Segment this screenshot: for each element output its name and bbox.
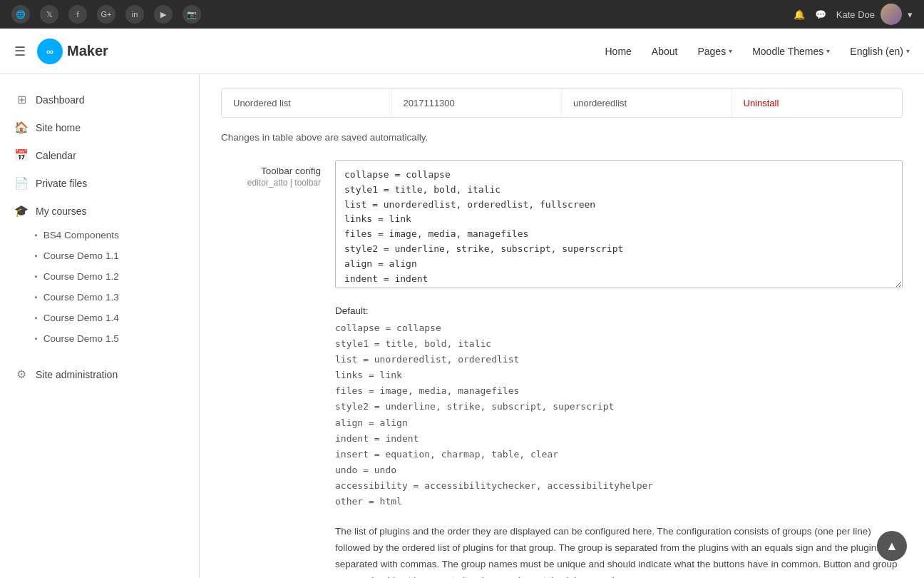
sidebar-sub-course-1-4[interactable]: ● Course Demo 1.4 <box>0 308 199 328</box>
sidebar-sub-label-course-1-2: Course Demo 1.2 <box>43 271 119 282</box>
sidebar-label-my-courses: My courses <box>36 206 87 217</box>
user-dropdown-arrow[interactable]: ▾ <box>908 9 913 20</box>
nav-pages[interactable]: Pages ▾ <box>697 46 732 57</box>
sidebar-sub-label-course-1-4: Course Demo 1.4 <box>43 313 119 323</box>
logo[interactable]: ∞ Maker <box>37 39 108 64</box>
nav-about[interactable]: About <box>652 46 678 57</box>
sidebar-sub-bs4[interactable]: ● BS4 Components <box>0 225 199 245</box>
dashboard-icon: ⊞ <box>14 93 29 106</box>
sidebar-label-site-home: Site home <box>36 122 81 133</box>
youtube-icon[interactable]: ▶ <box>154 5 173 24</box>
sidebar: ⊞ Dashboard 🏠 Site home 📅 Calendar 📄 Pri… <box>0 74 200 578</box>
sidebar-item-site-home[interactable]: 🏠 Site home <box>0 113 199 141</box>
default-line-4: files = image, media, managefiles <box>335 383 903 399</box>
description-text: The list of plugins and the order they a… <box>335 524 903 578</box>
sidebar-sub-label-course-1-3: Course Demo 1.3 <box>43 292 119 303</box>
sidebar-label-calendar: Calendar <box>36 150 76 161</box>
toolbar-textarea[interactable]: collapse = collapse style1 = title, bold… <box>335 160 903 288</box>
nav-language[interactable]: English (en) ▾ <box>850 46 910 57</box>
default-line-9: undo = undo <box>335 462 903 478</box>
social-bar: 🌐 𝕏 f G+ in ▶ 📷 🔔 💬 Kate Doe ▾ <box>0 0 924 29</box>
hamburger-icon[interactable]: ☰ <box>14 44 26 59</box>
toolbar-config-label-container: Toolbar config editor_atto | toolbar <box>221 160 321 188</box>
sidebar-item-my-courses[interactable]: 🎓 My courses <box>0 197 199 225</box>
main-content: Unordered list 2017111300 unorderedlist … <box>200 74 924 578</box>
table-cell-uninstall[interactable]: Uninstall <box>732 89 903 117</box>
default-line-10: accessibility = accessibilitychecker, ac… <box>335 478 903 494</box>
user-bar: 🔔 💬 Kate Doe ▾ <box>794 4 913 25</box>
courses-icon: 🎓 <box>14 204 29 218</box>
bullet-icon: ● <box>34 335 38 342</box>
default-line-5: style2 = underline, strike, subscript, s… <box>335 399 903 415</box>
sidebar-item-dashboard[interactable]: ⊞ Dashboard <box>0 86 199 113</box>
google-plus-icon[interactable]: G+ <box>97 5 115 24</box>
toolbar-config-label: Toolbar config <box>221 166 321 176</box>
content-area: Unordered list 2017111300 unorderedlist … <box>200 74 924 578</box>
table-cell-name: Unordered list <box>222 89 392 117</box>
notification-icon[interactable]: 🔔 <box>794 9 805 20</box>
sidebar-sub-course-1-3[interactable]: ● Course Demo 1.3 <box>0 287 199 308</box>
moodle-themes-dropdown-arrow: ▾ <box>826 47 830 55</box>
bullet-icon: ● <box>34 315 38 321</box>
calendar-icon: 📅 <box>14 148 29 162</box>
toolbar-config-section: Toolbar config editor_atto | toolbar col… <box>221 160 903 288</box>
facebook-icon[interactable]: f <box>68 5 87 24</box>
file-icon: 📄 <box>14 176 29 190</box>
bullet-icon: ● <box>34 294 38 300</box>
scroll-to-top-button[interactable]: ▲ <box>877 531 907 561</box>
sidebar-item-calendar[interactable]: 📅 Calendar <box>0 141 199 169</box>
default-line-8: insert = equation, charmap, table, clear <box>335 447 903 462</box>
user-name[interactable]: Kate Doe <box>836 9 875 20</box>
avatar[interactable] <box>881 4 902 25</box>
social-icons: 🌐 𝕏 f G+ in ▶ 📷 <box>11 5 201 24</box>
layout: ⊞ Dashboard 🏠 Site home 📅 Calendar 📄 Pri… <box>0 74 924 578</box>
bullet-icon: ● <box>34 273 38 280</box>
sidebar-sub-label-bs4: BS4 Components <box>43 230 119 240</box>
main-nav: ☰ ∞ Maker Home About Pages ▾ Moodle Them… <box>0 29 924 74</box>
sidebar-sub-label-course-1-1: Course Demo 1.1 <box>43 250 119 261</box>
sidebar-item-site-admin[interactable]: ⚙ Site administration <box>0 360 199 388</box>
instagram-icon[interactable]: 📷 <box>183 5 201 24</box>
logo-text: Maker <box>67 43 108 59</box>
sidebar-sub-course-1-5[interactable]: ● Course Demo 1.5 <box>0 328 199 349</box>
default-line-11: other = html <box>335 494 903 509</box>
sidebar-item-private-files[interactable]: 📄 Private files <box>0 169 199 197</box>
default-line-0: collapse = collapse <box>335 320 903 336</box>
default-line-7: indent = indent <box>335 431 903 447</box>
bullet-icon: ● <box>34 253 38 259</box>
bullet-icon: ● <box>34 232 38 238</box>
auto-save-notice: Changes in table above are saved automat… <box>221 132 903 143</box>
default-line-3: links = link <box>335 367 903 383</box>
table-cell-shortname: unorderedlist <box>562 89 732 117</box>
nav-moodle-themes[interactable]: Moodle Themes ▾ <box>752 46 830 57</box>
sidebar-label-private-files: Private files <box>36 178 87 189</box>
message-icon[interactable]: 💬 <box>815 9 826 20</box>
sidebar-sub-course-1-2[interactable]: ● Course Demo 1.2 <box>0 266 199 287</box>
nav-links: Home About Pages ▾ Moodle Themes ▾ Engli… <box>605 46 910 57</box>
linkedin-icon[interactable]: in <box>125 5 144 24</box>
toolbar-config-sublabel: editor_atto | toolbar <box>221 178 321 188</box>
twitter-icon[interactable]: 𝕏 <box>40 5 58 24</box>
default-line-6: align = align <box>335 415 903 431</box>
default-section: Default: collapse = collapse style1 = ti… <box>335 305 903 509</box>
user-info: Kate Doe ▾ <box>836 4 913 25</box>
sidebar-label-site-admin: Site administration <box>36 369 118 380</box>
sidebar-sub-course-1-1[interactable]: ● Course Demo 1.1 <box>0 245 199 266</box>
sidebar-label-dashboard: Dashboard <box>36 94 85 106</box>
default-label: Default: <box>335 305 903 316</box>
uninstall-link[interactable]: Uninstall <box>744 98 779 108</box>
logo-icon: ∞ <box>37 39 63 64</box>
language-dropdown-arrow: ▾ <box>906 47 910 55</box>
default-line-2: list = unorderedlist, orderedlist <box>335 352 903 367</box>
nav-home[interactable]: Home <box>605 46 632 57</box>
sidebar-sub-label-course-1-5: Course Demo 1.5 <box>43 333 119 344</box>
home-icon: 🏠 <box>14 121 29 134</box>
globe-icon[interactable]: 🌐 <box>11 5 30 24</box>
pages-dropdown-arrow: ▾ <box>729 47 732 55</box>
admin-icon: ⚙ <box>14 367 29 381</box>
plugin-table-row: Unordered list 2017111300 unorderedlist … <box>221 88 903 118</box>
table-cell-version: 2017111300 <box>392 89 563 117</box>
default-line-1: style1 = title, bold, italic <box>335 336 903 352</box>
